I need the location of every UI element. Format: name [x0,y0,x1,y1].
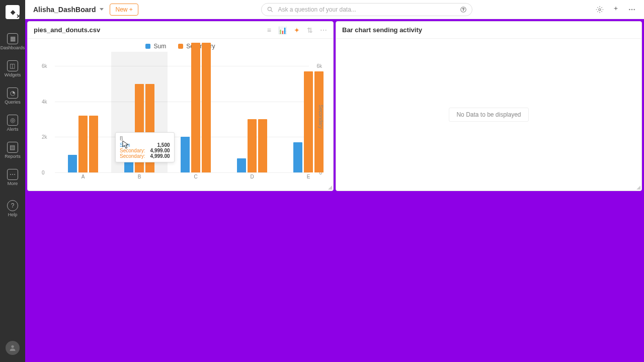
bar[interactable] [237,158,246,172]
dashboard-title-dropdown[interactable]: Alisha_DashBoard [33,6,104,14]
topbar: Alisha_DashBoard New + Ask a question of… [25,0,644,19]
x-axis-label: C [168,174,224,179]
cursor-icon [122,140,129,149]
sort-icon[interactable]: ⇅ [307,26,313,34]
panel-more-icon[interactable]: ⋯ [320,26,327,34]
more-icon[interactable] [628,6,636,14]
resize-handle[interactable] [636,186,640,190]
panel-menu-icon[interactable]: ≡ [267,26,271,34]
svg-point-6 [631,9,633,10]
svg-point-7 [633,9,635,10]
sidebar-item-help[interactable]: ? Help [7,200,18,217]
sparkle-icon[interactable] [612,6,620,14]
sidebar-item-alerts[interactable]: ◎ Alerts [7,115,18,132]
x-axis-label: E [280,174,337,179]
category-group[interactable]: C [168,43,224,172]
chevron-down-icon [100,8,104,11]
sidebar: ◆ ▦ Dashboards ◫ Widgets ◔ Queries ◎ Ale… [0,0,25,362]
search-icon [267,6,274,13]
bar[interactable] [89,116,98,172]
ytick-left: 4k [42,99,47,104]
category-group[interactable]: D [224,119,280,172]
search-input[interactable]: Ask a question of your data... ? [261,3,472,16]
empty-chart-panel: Bar chart sending activity No Data to be… [336,21,642,191]
bar[interactable] [202,43,211,172]
tooltip-row-label: Secondary: [120,153,145,159]
tooltip-row-value: 4,999.00 [150,153,170,159]
help-circle-icon[interactable]: ? [460,6,467,13]
sidebar-item-label: More [8,181,18,186]
ytick-right: 6k [316,63,322,69]
app-logo: ◆ [6,5,20,19]
ytick-left: 0 [42,170,45,175]
settings-icon[interactable] [596,6,604,14]
sidebar-item-reports[interactable]: ▤ Reports [5,142,21,159]
sidebar-item-label: Widgets [5,72,21,77]
tooltip-row-value: 4,999.00 [150,148,170,153]
chart-type-icon[interactable]: 📊 [278,26,287,34]
bar[interactable] [68,155,77,172]
sidebar-item-queries[interactable]: ◔ Queries [5,87,21,105]
bar[interactable] [78,116,88,172]
tooltip-row-value: 1,500 [157,142,170,148]
panel-title: pies_and_donuts.csv [34,26,100,34]
bar[interactable] [293,142,302,172]
legend-label: Sum [153,43,166,50]
swatch-icon [145,44,150,49]
resize-handle[interactable] [328,186,332,190]
svg-point-1 [268,7,272,11]
dashboard-title: Alisha_DashBoard [33,6,96,14]
bar[interactable] [191,43,200,172]
ytick-left: 6k [42,63,47,69]
category-group[interactable]: A [55,116,111,172]
svg-point-4 [599,9,601,11]
no-data-message: No Data to be displayed [449,108,528,122]
legend-item-sum[interactable]: Sum [145,43,166,50]
reports-icon: ▤ [7,142,18,153]
filter-icon[interactable]: ✦ [294,26,300,34]
sidebar-item-widgets[interactable]: ◫ Widgets [5,60,21,77]
svg-text:?: ? [462,8,464,11]
user-avatar[interactable] [6,341,20,355]
bar[interactable] [181,137,190,172]
sidebar-item-dashboards[interactable]: ▦ Dashboards [1,33,25,50]
svg-point-0 [11,345,14,348]
new-button[interactable]: New + [110,4,138,16]
chart-panel: pies_and_donuts.csv ≡ 📊 ✦ ⇅ ⋯ Sum Second… [27,21,334,191]
more-icon: ⋯ [7,169,18,180]
panel-title: Bar chart sending activity [342,26,422,34]
svg-point-5 [629,9,630,10]
sidebar-item-label: Dashboards [1,45,25,50]
alerts-icon: ◎ [7,115,18,126]
bar[interactable] [304,71,313,172]
widgets-icon: ◫ [7,60,18,71]
chart-plot-area[interactable]: 002k2k4k4k6k6kABCDE Secondary B Sum1,500… [48,52,316,182]
dashboard-canvas: pies_and_donuts.csv ≡ 📊 ✦ ⇅ ⋯ Sum Second… [25,19,644,362]
ytick-left: 2k [42,134,47,140]
dashboard-icon: ▦ [7,33,18,44]
y2-axis-label: Secondary [318,105,324,129]
sidebar-item-label: Help [8,212,18,217]
bar[interactable] [258,119,267,172]
sidebar-item-label: Queries [5,100,21,105]
x-axis-label: B [111,174,168,179]
queries-icon: ◔ [7,87,18,99]
help-icon: ? [7,200,18,211]
sidebar-item-label: Reports [5,154,21,159]
bar[interactable] [248,119,257,172]
sidebar-item-label: Alerts [7,127,18,132]
search-placeholder: Ask a question of your data... [278,6,356,13]
x-axis-label: A [55,174,111,179]
sidebar-item-more[interactable]: ⋯ More [7,169,18,186]
category-group[interactable]: E [280,71,337,172]
x-axis-label: D [224,174,280,179]
